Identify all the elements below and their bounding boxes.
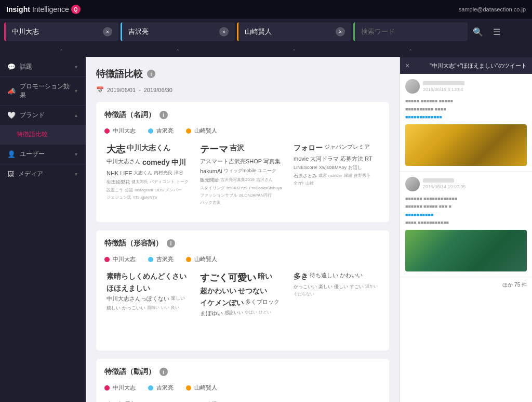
word: いい (161, 305, 169, 312)
word: ユニーク (258, 167, 276, 175)
search-tab-3[interactable]: 山崎賢人 × (237, 22, 351, 41)
word: RT (365, 155, 372, 163)
right-panel-title: "中川大志"+"ほほえましい"のツイート (430, 62, 527, 69)
search-tab-1[interactable]: 中川大志 × (4, 22, 118, 41)
wordcloud-verb-2: いめぽ (198, 398, 287, 402)
section-adjective-info-icon: i (167, 239, 175, 248)
sidebar-item-brand[interactable]: 🤍 ブランド ▲ (0, 106, 86, 125)
sidebar-item-tokucho[interactable]: 特徴語比較 (0, 125, 86, 144)
sidebar-item-media[interactable]: 🖼 メディア ▼ (0, 164, 86, 184)
word: 中川大志さん (107, 158, 141, 168)
tweet-image-gradient-1 (405, 124, 527, 166)
right-panel-close-button[interactable]: × (405, 61, 409, 70)
wordcloud-adj-1: 素晴らしくめんどくさい ほほえましい 中川大志さんっぽくない 楽しい 嬉しい か… (104, 269, 194, 342)
word: 大志 (107, 143, 125, 156)
section-verb: 特徴語（動詞） i 中川大志 吉沢亮 山崎賢人 (96, 359, 389, 402)
sidebar-item-wadai-label: 話題 (20, 62, 32, 71)
word: hakumAi (200, 167, 222, 175)
legend-dot-orange (186, 128, 191, 134)
legend-adj-1: 中川大志 (104, 255, 136, 263)
wordcloud-adj-3: 多き 待ち遠しい かわいい かっこいい 楽しい 優しい すごい 温かい くだらな… (291, 269, 381, 342)
word: せつない (238, 286, 267, 296)
word: すごい (350, 283, 364, 290)
word: movie (294, 155, 309, 163)
chevron-1[interactable]: ⌃ (4, 48, 118, 54)
section-noun-title: 特徴語（名詞） (104, 110, 155, 120)
legend-verb-2: 吉沢亮 (148, 384, 174, 392)
legend-verb-label-2: 吉沢亮 (156, 384, 174, 392)
word: かっこいい (122, 305, 145, 312)
word: やばい (245, 309, 257, 317)
legend-verb-label-1: 中川大志 (113, 384, 136, 392)
sidebar-item-user[interactable]: 👤 ユーザー ▼ (0, 145, 86, 164)
search-tab-2-label: 吉沢亮 (128, 27, 149, 36)
wordcloud-adj-2: すごく可愛い 暗い 超かわいい せつない イケメンぽい 多くブロック まぼゆい … (198, 269, 287, 342)
search-tab-2[interactable]: 吉沢亮 × (121, 22, 235, 41)
word: comedy (142, 158, 170, 168)
word: バック吉沢 (200, 200, 221, 205)
legend-adj-label-3: 山崎賢人 (194, 255, 217, 263)
chevron-down-icon-2: ▼ (74, 88, 78, 94)
search-button[interactable]: 🔍 (470, 23, 486, 40)
wordcloud-verb-grid: ぬった 買う いめぽ (104, 398, 381, 402)
section-verb-title: 特徴語（動詞） (104, 367, 155, 377)
legend-adj-2: 吉沢亮 (148, 255, 174, 263)
search-tab-3-close[interactable]: × (336, 27, 345, 36)
menu-button[interactable]: ☰ (488, 23, 505, 40)
word: 中川大志さんっぽくない (107, 295, 169, 303)
chevron-3[interactable]: ⌃ (237, 48, 351, 54)
wordcloud-noun-3: フォロー ジャパンプレミア movie 大河ドラマ 応募方法 RT LINESc… (291, 141, 381, 214)
section-noun-info-icon: i (159, 111, 168, 119)
legend-label-3: 山崎賢人 (194, 127, 217, 135)
word: NHK (107, 170, 118, 177)
word: トーク (176, 179, 189, 186)
word: ジェジュン氏 (107, 194, 131, 200)
sidebar-item-wadai[interactable]: 💬 話題 ▼ (0, 57, 86, 76)
tweet-image-1 (405, 124, 527, 166)
section-adjective-title: 特徴語（形容詞） (104, 239, 163, 248)
word: 津谷 (174, 170, 183, 177)
main-content: 特徴語比較 i 📅 2019/06/01 - 2019/06/30 特徴語（名詞… (86, 57, 400, 402)
section-verb-info-icon: i (159, 368, 168, 376)
word: 超かわいい (200, 286, 236, 296)
chevron-2[interactable]: ⌃ (121, 48, 235, 54)
tweet-date-2: 2019/06/14 19:07:05 (423, 184, 527, 189)
word: #TsugukiN7a (133, 194, 157, 200)
word: Xwjs0BMAoy (319, 164, 347, 171)
chevron-up-icon: ▲ (74, 113, 78, 118)
word: 素晴らしくめんどくさい (107, 271, 187, 282)
search-tab-2-close[interactable]: × (219, 27, 229, 36)
wordcloud-noun-1: 大志 中川大志くん 中川大志さん comedy 中川 NHK LIFE 大志くん… (104, 141, 194, 214)
word: 嬉しい (107, 305, 121, 312)
word: 公認 (125, 187, 133, 193)
legend-dot-pink-2 (104, 257, 110, 262)
tweet-user-info-1: 2019/06/15 6:13:54 (423, 81, 527, 92)
word: 待ち遠しい (310, 271, 338, 282)
sidebar-item-promotion[interactable]: 📣 プロモーション効果 ▼ (0, 77, 86, 105)
user-email[interactable]: sample@datasection.co.jp (459, 6, 526, 12)
word: かわいい (340, 271, 363, 282)
word: 生田絵梨花 (107, 179, 130, 186)
search-tab-1-close[interactable]: × (103, 27, 112, 36)
right-panel-footer: ほか 75 件 (400, 277, 532, 293)
sidebar-item-user-label: ユーザー (20, 150, 45, 159)
legend-verb-label-3: 山崎賢人 (194, 384, 217, 392)
section-adjective: 特徴語（形容詞） i 中川大志 吉沢亮 山崎賢人 (96, 230, 389, 351)
legend-row-adjective: 中川大志 吉沢亮 山崎賢人 (104, 255, 381, 263)
chat-icon: 💬 (7, 63, 16, 71)
legend-dot-pink (104, 128, 110, 134)
logo-insight-text: Insight (6, 5, 30, 14)
logo-intelligence-text: Intelligence (32, 5, 69, 14)
right-panel-more-count: ほか 75 件 (502, 282, 527, 288)
word: アスマート吉沢亮SHOP (200, 158, 262, 165)
legend-verb-1: 中川大志 (104, 384, 136, 392)
chevron-4[interactable]: ⌃ (353, 48, 468, 54)
search-tab-4[interactable]: 検索ワード (353, 22, 468, 41)
section-noun: 特徴語（名詞） i 中川大志 吉沢亮 山崎賢人 (96, 102, 389, 222)
word: テーマ (200, 143, 228, 156)
legend-adj-label-2: 吉沢亮 (156, 255, 174, 263)
word: LIDS (155, 187, 164, 193)
info-icon: i (147, 70, 155, 78)
word: 面白い (147, 305, 159, 312)
chevron-down-icon-3: ▼ (74, 152, 78, 157)
